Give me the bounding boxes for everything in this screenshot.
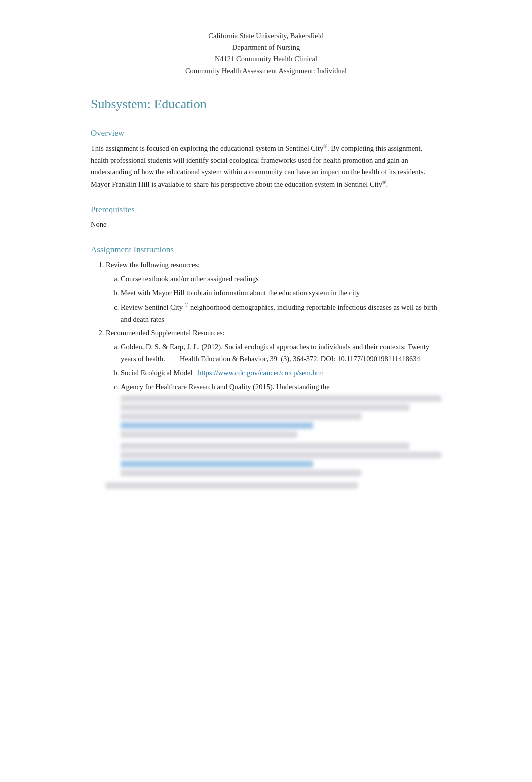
document-header: California State University, Bakersfield… bbox=[91, 30, 441, 77]
sub-item-2a-text: Golden, D. S. & Earp, J. L. (2012). Soci… bbox=[121, 343, 429, 363]
prerequisites-text: None bbox=[91, 219, 441, 231]
sub-list-2: Golden, D. S. & Earp, J. L. (2012). Soci… bbox=[121, 341, 441, 438]
sub-item-1a: Course textbook and/or other assigned re… bbox=[121, 273, 441, 285]
overview-section: Overview This assignment is focused on e… bbox=[91, 128, 441, 191]
sub-item-1c: Review Sentinel City ® neighborhood demo… bbox=[121, 301, 441, 326]
instructions-item-1: Review the following resources: Course t… bbox=[106, 259, 441, 325]
header-line4: Community Health Assessment Assignment: … bbox=[91, 65, 441, 77]
sub-item-1b-text: Meet with Mayor Hill to obtain informati… bbox=[121, 289, 360, 297]
blurred-item-3 bbox=[106, 482, 441, 489]
social-ecological-model-link[interactable]: https://www.cdc.gov/cancer/crccp/sem.htm bbox=[198, 369, 324, 377]
sub-item-2b: Social Ecological Model https://www.cdc.… bbox=[121, 367, 441, 379]
item1-label: Review the following resources: bbox=[106, 260, 200, 269]
item2-label: Recommended Supplemental Resources: bbox=[106, 329, 225, 337]
sub-item-2b-text: Social Ecological Model https://www.cdc.… bbox=[121, 369, 324, 377]
blurred-sub-items bbox=[121, 443, 441, 476]
header-line2: Department of Nursing bbox=[91, 42, 441, 53]
prerequisites-heading: Prerequisites bbox=[91, 205, 441, 215]
instructions-list: Review the following resources: Course t… bbox=[106, 259, 441, 438]
main-title: Subsystem: Education bbox=[91, 97, 441, 114]
sub-item-1c-text: Review Sentinel City ® neighborhood demo… bbox=[121, 303, 437, 323]
page-container: California State University, Bakersfield… bbox=[51, 0, 481, 532]
sub-item-2c: Agency for Healthcare Research and Quali… bbox=[121, 381, 441, 438]
sub-item-2c-text: Agency for Healthcare Research and Quali… bbox=[121, 383, 330, 391]
overview-heading: Overview bbox=[91, 128, 441, 138]
blurred-item-d bbox=[121, 443, 441, 476]
assignment-instructions-heading: Assignment Instructions bbox=[91, 245, 441, 255]
sub-item-2a: Golden, D. S. & Earp, J. L. (2012). Soci… bbox=[121, 341, 441, 365]
instructions-item-2: Recommended Supplemental Resources: Gold… bbox=[106, 327, 441, 438]
blurred-content-c bbox=[121, 395, 441, 438]
header-line3: N4121 Community Health Clinical bbox=[91, 53, 441, 65]
sub-item-1b: Meet with Mayor Hill to obtain informati… bbox=[121, 287, 441, 299]
assignment-instructions-section: Assignment Instructions Review the follo… bbox=[91, 245, 441, 489]
overview-text: This assignment is focused on exploring … bbox=[91, 142, 441, 191]
header-line1: California State University, Bakersfield bbox=[91, 30, 441, 42]
sub-item-1a-text: Course textbook and/or other assigned re… bbox=[121, 275, 259, 283]
sub-list-1: Course textbook and/or other assigned re… bbox=[121, 273, 441, 326]
prerequisites-section: Prerequisites None bbox=[91, 205, 441, 231]
